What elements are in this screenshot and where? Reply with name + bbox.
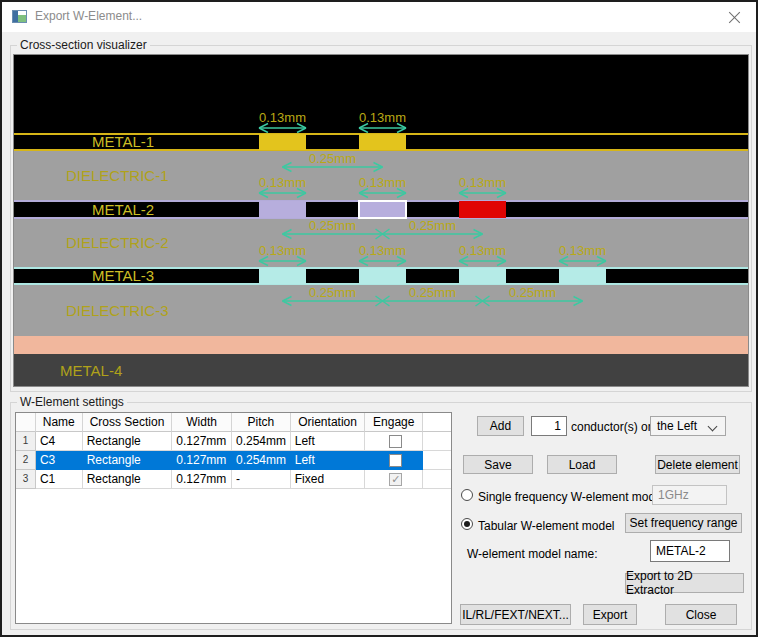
layer-label-dielectric-1: DIELECTRIC-1	[66, 167, 169, 184]
conductor-metal-2-c1-selected[interactable]	[358, 200, 407, 219]
cell-width: 0.127mm	[172, 470, 232, 489]
conductor-metal-3-c0[interactable]	[259, 268, 306, 284]
dim-width-metal-2-c1: 0.13mm	[359, 176, 406, 189]
conductor-metal-1-c0[interactable]	[259, 134, 306, 150]
cell-num: 1	[16, 432, 36, 451]
conductor-metal-1-c1[interactable]	[359, 134, 406, 150]
dim-width-metal-2-c2: 0.13mm	[459, 176, 506, 189]
layer-label-metal-3: METAL-3	[92, 267, 154, 284]
cell-num: 2	[16, 451, 36, 470]
app-icon	[12, 10, 27, 23]
layer-label-metal-2: METAL-2	[92, 201, 154, 218]
cell-filler	[423, 432, 451, 451]
cell-engage[interactable]	[365, 451, 423, 470]
cell-width: 0.127mm	[172, 451, 232, 470]
dim-pitch-metal-2-seg1: 0.25mm	[409, 219, 456, 232]
table-row[interactable]: 2C3Rectangle0.127mm0.254mmLeft	[16, 451, 451, 470]
delete-element-button[interactable]: Delete element	[655, 455, 740, 474]
dim-width-metal-1-c0: 0.13mm	[259, 111, 306, 124]
dim-pitch-metal-3-seg2: 0.25mm	[509, 286, 556, 299]
save-button[interactable]: Save	[463, 455, 533, 474]
conductor-position-select[interactable]: the Left	[650, 416, 726, 436]
conductors-on-label: conductor(s) on	[571, 420, 654, 434]
cross-section-canvas: METAL-1DIELECTRIC-1METAL-2DIELECTRIC-2ME…	[13, 54, 749, 387]
table-row[interactable]: 1C4Rectangle0.127mm0.254mmLeft	[16, 432, 451, 451]
conductor-position-value: the Left	[657, 419, 697, 433]
cell-pitch: 0.254mm	[232, 451, 291, 470]
conductor-metal-2-c2[interactable]	[459, 201, 506, 218]
dim-width-metal-3-c3: 0.13mm	[559, 244, 606, 257]
layer-label-metal-1: METAL-1	[92, 133, 154, 150]
single-frequency-radio[interactable]	[461, 489, 473, 501]
export-2d-extractor-button[interactable]: Export to 2D Extractor	[625, 573, 744, 593]
cell-orientation: Fixed	[291, 470, 366, 489]
model-name-label: W-element model name:	[467, 547, 598, 561]
table-header-Cross Section: Cross Section	[83, 413, 173, 432]
dim-width-metal-1-c1: 0.13mm	[359, 111, 406, 124]
close-icon	[729, 11, 741, 23]
close-dialog-button[interactable]: Close	[665, 604, 737, 625]
layer-label-dielectric-3: DIELECTRIC-3	[66, 302, 169, 319]
dim-pitch-metal-3-seg0: 0.25mm	[309, 286, 356, 299]
cell-pitch: -	[232, 470, 291, 489]
cell-orientation: Left	[291, 451, 366, 470]
layer-metal-4	[14, 354, 748, 387]
cell-pitch: 0.254mm	[232, 432, 291, 451]
cell-engage[interactable]	[365, 432, 423, 451]
conductor-metal-2-c0[interactable]	[259, 201, 306, 218]
conductor-metal-3-c3[interactable]	[559, 268, 606, 284]
cell-name: C3	[36, 451, 83, 470]
close-button[interactable]	[718, 2, 752, 32]
tabular-model-radio[interactable]	[461, 518, 473, 530]
w-element-table[interactable]: NameCross SectionWidthPitchOrientationEn…	[15, 412, 452, 624]
cell-filler	[423, 451, 451, 470]
window-title: Export W-Element...	[35, 9, 142, 23]
table-row[interactable]: 3C1Rectangle0.127mm-Fixed✓	[16, 470, 451, 489]
titlebar: Export W-Element...	[2, 2, 756, 32]
export-button[interactable]: Export	[583, 604, 637, 625]
conductor-metal-3-c2[interactable]	[459, 268, 506, 284]
cell-num: 3	[16, 470, 36, 489]
add-button[interactable]: Add	[477, 416, 524, 436]
cell-name: C1	[36, 470, 83, 489]
dim-pitch-metal-3-seg1: 0.25mm	[409, 286, 456, 299]
cell-width: 0.127mm	[172, 432, 232, 451]
table-header-Pitch: Pitch	[232, 413, 291, 432]
layer-solder-mask	[14, 336, 748, 354]
cell-cross_section: Rectangle	[83, 451, 173, 470]
table-header-Width: Width	[172, 413, 232, 432]
table-header-row: NameCross SectionWidthPitchOrientationEn…	[16, 413, 451, 432]
table-header-col7	[423, 413, 451, 432]
cell-orientation: Left	[291, 432, 366, 451]
export-w-element-dialog: Export W-Element... Cross-section visual…	[0, 0, 758, 637]
cell-filler	[423, 470, 451, 489]
il-rl-fext-next-button[interactable]: IL/RL/FEXT/NEXT...	[460, 604, 571, 625]
engage-checkbox[interactable]	[389, 435, 402, 448]
cross-section-group-label: Cross-section visualizer	[17, 38, 150, 52]
dim-width-metal-3-c0: 0.13mm	[259, 244, 306, 257]
tabular-model-label: Tabular W-element model	[478, 519, 615, 533]
dim-pitch-metal-1-seg0: 0.25mm	[309, 152, 356, 165]
dim-width-metal-3-c2: 0.13mm	[459, 244, 506, 257]
conductor-metal-3-c1[interactable]	[359, 268, 406, 284]
model-name-input[interactable]: METAL-2	[650, 540, 730, 562]
conductor-count-input[interactable]: 1	[531, 416, 567, 436]
engage-checkbox[interactable]	[389, 454, 402, 467]
engage-checkbox: ✓	[389, 473, 402, 486]
dim-pitch-metal-2-seg0: 0.25mm	[309, 219, 356, 232]
dim-width-metal-2-c0: 0.13mm	[259, 176, 306, 189]
dim-width-metal-3-c1: 0.13mm	[359, 244, 406, 257]
load-button[interactable]: Load	[547, 455, 617, 474]
table-header-Orientation: Orientation	[291, 413, 366, 432]
frequency-input: 1GHz	[652, 485, 727, 505]
cell-engage[interactable]: ✓	[365, 470, 423, 489]
table-header-Name: Name	[36, 413, 83, 432]
cell-cross_section: Rectangle	[83, 432, 173, 451]
layer-label-dielectric-2: DIELECTRIC-2	[66, 234, 169, 251]
layer-label-metal-4: METAL-4	[60, 362, 122, 379]
table-header-col0	[16, 413, 36, 432]
set-frequency-range-button[interactable]: Set frequency range	[625, 513, 742, 533]
w-element-settings-group-label: W-Element settings	[17, 395, 127, 409]
cell-name: C4	[36, 432, 83, 451]
cell-cross_section: Rectangle	[83, 470, 173, 489]
